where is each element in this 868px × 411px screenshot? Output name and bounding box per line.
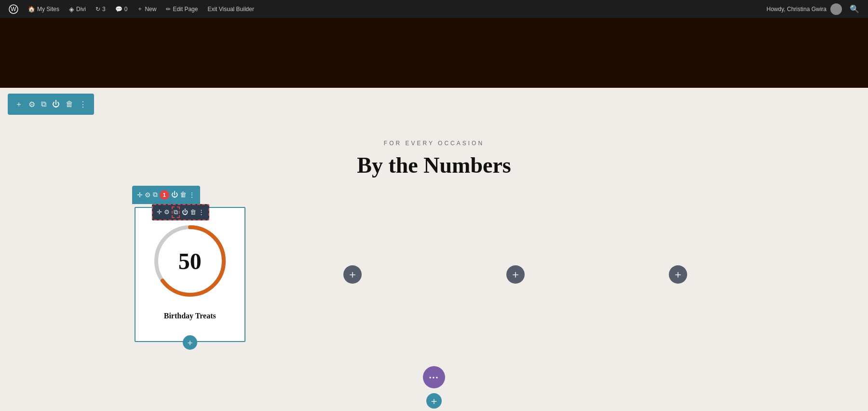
search-icon[interactable]: 🔍	[846, 4, 863, 14]
section-clone-icon[interactable]: ⧉	[40, 98, 48, 110]
module-number: 50	[178, 248, 202, 274]
row-more-icon[interactable]: ⋮	[189, 191, 195, 199]
add-col-button[interactable]: ＋	[183, 335, 197, 350]
divi-menu[interactable]: ◈ Divi	[65, 0, 90, 18]
home-icon: 🏠	[28, 6, 35, 13]
comments-menu[interactable]: 💬 0	[111, 0, 132, 18]
row-toolbar: ✛ ⚙ ⧉ 1 ⏻ 🗑 ⋮	[132, 186, 200, 204]
purple-options-button[interactable]: ●●●	[423, 366, 445, 388]
row-settings-icon[interactable]: ⚙	[145, 191, 151, 199]
col-add-icon[interactable]: ✛	[157, 208, 162, 216]
module-card: 50 Birthday Treats ＋	[135, 207, 245, 342]
howdy-text: Howdy, Christina Gwira	[767, 6, 827, 13]
exit-builder-label: Exit Visual Builder	[207, 6, 254, 13]
teal-add-button[interactable]: ＋	[426, 393, 442, 409]
add-module-button-4[interactable]: ＋	[669, 265, 687, 284]
avatar	[830, 3, 842, 15]
row-badge: 1	[160, 190, 169, 200]
number-cell-2: ＋	[279, 207, 427, 342]
row-clone-icon[interactable]: ⧉	[153, 191, 158, 199]
col-clone-icon[interactable]: ⧉	[172, 206, 180, 218]
number-cell-1: ✛ ⚙ ⧉ 1 ⏻ 🗑 ⋮ ✛ ⚙ ⧉ ⏻ 🗑 ⋮	[116, 207, 264, 342]
col-settings-icon[interactable]: ⚙	[164, 208, 170, 216]
divi-icon: ◈	[69, 5, 74, 13]
number-cell-4: ＋	[604, 207, 753, 342]
col-disable-icon[interactable]: ⏻	[182, 208, 188, 216]
section-disable-icon[interactable]: ⏻	[51, 98, 61, 110]
number-cell-3: ＋	[441, 207, 590, 342]
module-wrapper: ✛ ⚙ ⧉ 1 ⏻ 🗑 ⋮ ✛ ⚙ ⧉ ⏻ 🗑 ⋮	[135, 207, 245, 342]
my-sites-menu[interactable]: 🏠 My Sites	[24, 0, 63, 18]
comments-icon: 💬	[115, 6, 122, 13]
comments-count: 0	[124, 6, 128, 13]
svg-text:W: W	[11, 6, 16, 13]
admin-bar: W 🏠 My Sites ◈ Divi ↻ 3 💬 0 ＋ New ✏ Edit…	[0, 0, 868, 18]
hero-section	[0, 18, 868, 88]
row-delete-icon[interactable]: 🗑	[180, 191, 187, 199]
section-settings-icon[interactable]: ⚙	[27, 98, 37, 110]
my-sites-label: My Sites	[37, 6, 59, 13]
edit-page-label: Edit Page	[173, 6, 198, 13]
pencil-icon: ✏	[166, 6, 171, 13]
section-title: By the Numbers	[10, 152, 858, 178]
section-label: FOR EVERY OCCASION	[10, 140, 858, 147]
edit-page-menu[interactable]: ✏ Edit Page	[162, 0, 202, 18]
section-delete-icon[interactable]: 🗑	[64, 98, 75, 110]
section-more-icon[interactable]: ⋮	[78, 98, 88, 110]
module-label: Birthday Treats	[164, 312, 216, 320]
numbers-grid: ✛ ⚙ ⧉ 1 ⏻ 🗑 ⋮ ✛ ⚙ ⧉ ⏻ 🗑 ⋮	[96, 207, 772, 342]
exit-builder-menu[interactable]: Exit Visual Builder	[203, 0, 258, 18]
bottom-center: ●●● ＋	[10, 366, 858, 409]
dots-icon: ●●●	[429, 375, 439, 380]
updates-icon: ↻	[95, 6, 100, 13]
new-menu[interactable]: ＋ New	[133, 0, 160, 18]
main-content: FOR EVERY OCCASION By the Numbers ✛ ⚙ ⧉ …	[0, 121, 868, 411]
add-module-button-2[interactable]: ＋	[343, 265, 362, 284]
circle-chart: 50	[151, 222, 229, 300]
col-more-icon[interactable]: ⋮	[198, 208, 204, 216]
col-toolbar: ✛ ⚙ ⧉ ⏻ 🗑 ⋮	[152, 204, 209, 220]
builder-toolbar-row: ＋ ⚙ ⧉ ⏻ 🗑 ⋮	[0, 88, 868, 121]
col-delete-icon[interactable]: 🗑	[190, 208, 196, 216]
plus-icon: ＋	[137, 5, 143, 13]
divi-label: Divi	[76, 6, 86, 13]
updates-count: 3	[102, 6, 106, 13]
section-add-icon[interactable]: ＋	[14, 98, 24, 111]
row-add-icon[interactable]: ✛	[137, 191, 143, 199]
wp-logo[interactable]: W	[5, 0, 22, 18]
section-toolbar: ＋ ⚙ ⧉ ⏻ 🗑 ⋮	[8, 94, 94, 115]
row-disable-icon[interactable]: ⏻	[171, 191, 178, 199]
plus-icon: ＋	[429, 395, 439, 408]
add-module-button-3[interactable]: ＋	[506, 265, 525, 284]
admin-bar-right: Howdy, Christina Gwira 🔍	[767, 3, 863, 15]
new-label: New	[145, 6, 156, 13]
updates-menu[interactable]: ↻ 3	[92, 0, 109, 18]
